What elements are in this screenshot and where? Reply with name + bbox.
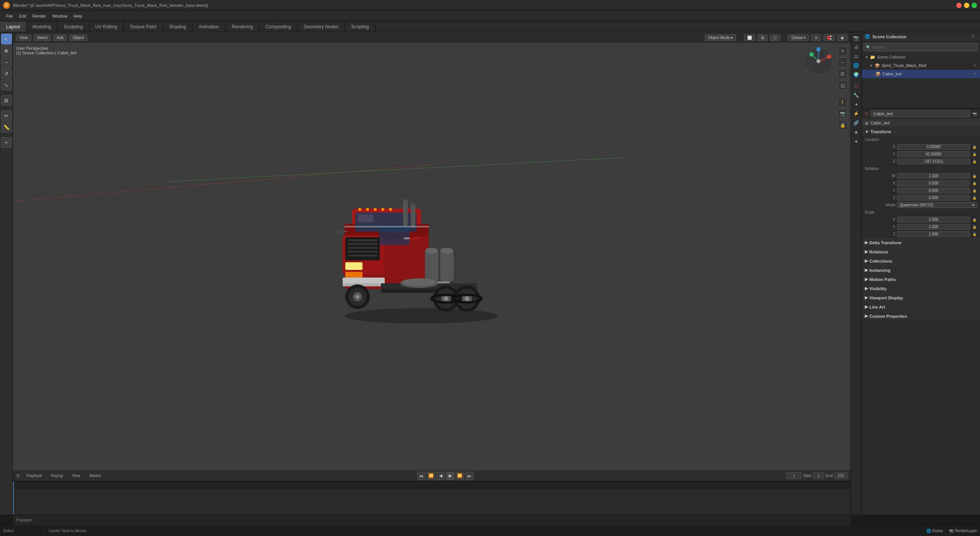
camera-button[interactable]: 📷 bbox=[838, 109, 848, 119]
render-properties-button[interactable]: 📷 bbox=[852, 34, 861, 42]
scale-tool-button[interactable]: ⤡ bbox=[1, 80, 12, 90]
motion-paths-header[interactable]: ▶ Motion Paths bbox=[862, 275, 980, 284]
modifier-properties-button[interactable]: 🔧 bbox=[852, 91, 861, 100]
playback-menu[interactable]: Playback bbox=[23, 473, 45, 479]
loc-x-lock[interactable]: 🔒 bbox=[972, 144, 977, 150]
menu-edit[interactable]: Edit bbox=[16, 13, 29, 19]
tab-rendering[interactable]: Rendering bbox=[225, 21, 259, 32]
scene-search-box[interactable]: 🔍 Search bbox=[863, 43, 978, 51]
move-tool-button[interactable]: ↔ bbox=[1, 57, 12, 67]
rot-x-value[interactable]: 0.000 bbox=[897, 180, 970, 186]
cabin-visibility[interactable]: 👁 bbox=[973, 72, 977, 76]
end-frame-input[interactable]: 250 bbox=[834, 472, 848, 479]
transform-pivot[interactable]: ⊙ bbox=[811, 34, 821, 41]
minimize-button[interactable] bbox=[964, 3, 969, 8]
visibility-header[interactable]: ▶ Visibility bbox=[862, 284, 980, 293]
scene-properties-button[interactable]: 🌐 bbox=[852, 61, 861, 70]
play-button[interactable]: ▶ bbox=[446, 472, 454, 480]
navigation-gizmo[interactable]: X Y Z bbox=[803, 46, 834, 77]
viewport-display-header[interactable]: ▶ Viewport Display bbox=[862, 293, 980, 302]
xray-btn[interactable]: ⬡ bbox=[770, 34, 780, 41]
tab-animation[interactable]: Animation bbox=[193, 21, 225, 32]
tab-modeling[interactable]: Modeling bbox=[26, 21, 58, 32]
material-properties-button[interactable]: ● bbox=[852, 137, 861, 145]
jump-start-button[interactable]: ⏮ bbox=[417, 472, 426, 480]
viewport[interactable]: View Select Add Object Object Mode ▾ ⬜ ⊞… bbox=[13, 32, 851, 471]
scene-item-cabin[interactable]: 📦 Cabin_led 👁 bbox=[862, 70, 980, 78]
instancing-header[interactable]: ▶ Instancing bbox=[862, 266, 980, 275]
scene-filter-button[interactable]: ▽ bbox=[969, 33, 977, 41]
tab-texture-paint[interactable]: Texture Paint bbox=[124, 21, 163, 32]
scene-collection-root[interactable]: ▼ 📂 Scene Collection bbox=[862, 53, 980, 61]
marker-menu[interactable]: Marker bbox=[87, 473, 105, 479]
fly-walk-button[interactable]: 🚶 bbox=[838, 97, 848, 107]
select-menu-button[interactable]: Select bbox=[34, 34, 51, 41]
loc-y-lock[interactable]: 🔒 bbox=[972, 152, 977, 157]
transform-section-header[interactable]: ▼ Transform bbox=[862, 127, 980, 136]
loc-x-value[interactable]: 0.00000 bbox=[897, 144, 970, 150]
maximize-button[interactable] bbox=[972, 3, 977, 8]
global-local[interactable]: Global ▾ bbox=[788, 34, 809, 41]
view-menu-button[interactable]: View bbox=[16, 34, 31, 41]
measure-tool-button[interactable]: 📏 bbox=[1, 122, 12, 132]
particles-button[interactable]: ✦ bbox=[852, 100, 861, 109]
jump-end-button[interactable]: ⏭ bbox=[465, 472, 474, 480]
scale-z-lock[interactable]: 🔒 bbox=[972, 232, 977, 237]
prev-frame-button[interactable]: ⏪ bbox=[427, 472, 435, 480]
view-all-button[interactable]: ⊡ bbox=[838, 69, 848, 79]
add-menu-button[interactable]: Add bbox=[53, 34, 67, 41]
menu-file[interactable]: File bbox=[3, 13, 16, 19]
lock-button[interactable]: 🔒 bbox=[838, 120, 848, 130]
zoom-out-button[interactable]: − bbox=[838, 57, 848, 67]
tab-geometry-nodes[interactable]: Geometry Nodes bbox=[297, 21, 345, 32]
proportional-edit[interactable]: ◉ bbox=[837, 34, 848, 41]
rot-z-value[interactable]: 0.000 bbox=[897, 195, 970, 201]
constraints-button[interactable]: 🔗 bbox=[852, 119, 861, 127]
start-frame-input[interactable]: 1 bbox=[813, 472, 824, 479]
transform-tool-button[interactable]: ⊞ bbox=[1, 95, 12, 106]
overlay-btn[interactable]: ⊞ bbox=[758, 34, 768, 41]
rotate-tool-button[interactable]: ↺ bbox=[1, 68, 12, 79]
snap-btn[interactable]: 🧲 bbox=[823, 34, 835, 41]
scale-x-lock[interactable]: 🔒 bbox=[972, 217, 977, 222]
tab-uv-editing[interactable]: UV Editing bbox=[89, 21, 124, 32]
select-tool-button[interactable]: ↖ bbox=[1, 34, 12, 44]
tab-shading[interactable]: Shading bbox=[163, 21, 193, 32]
close-button[interactable] bbox=[956, 3, 962, 8]
object-name-input[interactable] bbox=[871, 110, 970, 117]
keying-menu[interactable]: Keying bbox=[48, 473, 66, 479]
menu-render[interactable]: Render bbox=[29, 13, 49, 19]
rot-w-lock[interactable]: 🔒 bbox=[972, 173, 977, 179]
rot-z-lock[interactable]: 🔒 bbox=[972, 195, 977, 201]
add-tool-button[interactable]: + bbox=[1, 137, 12, 148]
timeline-tracks[interactable] bbox=[13, 489, 851, 515]
collections-header[interactable]: ▶ Collections bbox=[862, 257, 980, 265]
rot-y-lock[interactable]: 🔒 bbox=[972, 188, 977, 193]
object-menu-button[interactable]: Object bbox=[69, 34, 87, 41]
object-properties-button[interactable]: ⬡ bbox=[852, 82, 861, 90]
scene-item-truck[interactable]: ▼ 📦 Semi_Truck_Mack_Red 👁 bbox=[862, 61, 980, 70]
rot-y-value[interactable]: 0.000 bbox=[897, 188, 970, 193]
viewport-shading[interactable]: ⬜ bbox=[744, 34, 755, 41]
menu-window[interactable]: Window bbox=[49, 13, 70, 19]
rotation-mode-dropdown[interactable]: Quaternion (WXYZ) ▾ bbox=[897, 202, 977, 208]
loc-y-value[interactable]: 42.50000 bbox=[897, 151, 970, 157]
view-menu[interactable]: View bbox=[69, 473, 83, 479]
scale-z-value[interactable]: 1.000 bbox=[897, 231, 970, 237]
scale-y-lock[interactable]: 🔒 bbox=[972, 224, 977, 230]
truck-visibility[interactable]: 👁 bbox=[973, 64, 977, 67]
loc-z-lock[interactable]: 🔒 bbox=[972, 159, 977, 164]
next-frame-button[interactable]: ⏩ bbox=[456, 472, 464, 480]
relations-header[interactable]: ▶ Relations bbox=[862, 247, 980, 256]
current-frame-display[interactable]: 1 bbox=[786, 472, 802, 479]
tab-sculpting[interactable]: Sculpting bbox=[58, 21, 89, 32]
zoom-in-button[interactable]: + bbox=[838, 46, 848, 56]
physics-button[interactable]: ⚡ bbox=[852, 109, 861, 118]
mode-select[interactable]: Object Mode ▾ bbox=[705, 34, 736, 41]
output-properties-button[interactable]: 🖨 bbox=[852, 43, 861, 51]
play-reverse-button[interactable]: ◀ bbox=[436, 472, 445, 480]
scale-x-value[interactable]: 1.000 bbox=[897, 217, 970, 222]
menu-help[interactable]: Help bbox=[70, 13, 85, 19]
scale-y-value[interactable]: 1.000 bbox=[897, 224, 970, 230]
annotate-tool-button[interactable]: ✏ bbox=[1, 110, 12, 121]
